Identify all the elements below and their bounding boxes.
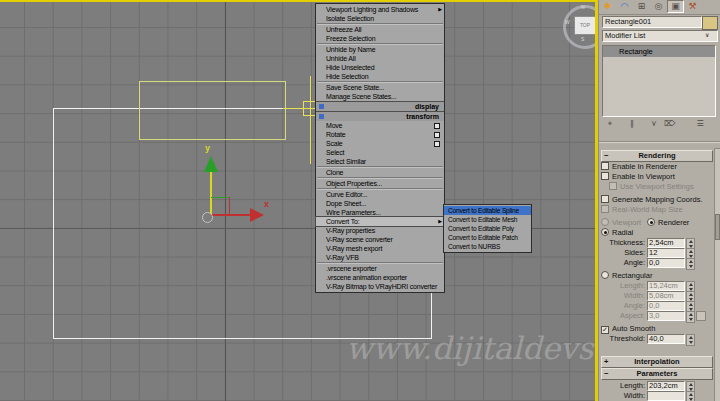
menu-item[interactable]: Select Similar — [316, 157, 444, 166]
remove-modifier-button[interactable]: ⌦ — [661, 118, 679, 130]
configure-modifier-sets-button[interactable]: ☰ — [691, 118, 709, 130]
checkbox-enable-in-renderer[interactable] — [601, 162, 609, 170]
value-field[interactable] — [647, 391, 685, 401]
tab-modify[interactable]: ◠ — [616, 0, 633, 13]
menu-item[interactable]: Unhide All — [316, 54, 444, 63]
settings-box-icon[interactable] — [434, 123, 440, 129]
menu-item[interactable]: Select — [316, 148, 444, 157]
menu-item[interactable]: Convert To:▶ — [316, 217, 444, 226]
menu-item[interactable]: Save Scene State... — [316, 83, 444, 92]
menu-item[interactable]: Unfreeze All — [316, 25, 444, 34]
checkbox-generate-mapping-coords-[interactable] — [601, 195, 609, 203]
value-field[interactable]: 3,0 — [647, 311, 685, 321]
radio-viewport[interactable] — [601, 218, 609, 226]
radio-renderer[interactable] — [647, 218, 655, 226]
tab-display[interactable]: ▣ — [667, 0, 684, 13]
viewcube-top-face[interactable]: TOP — [574, 16, 596, 35]
rollout-parameters[interactable]: − Parameters — [601, 368, 713, 380]
radio-radial[interactable] — [601, 228, 609, 236]
top-viewport[interactable]: y x www.dijitaldevs.c N E S W TOP — [0, 0, 598, 401]
stack-entry-rectangle[interactable]: Rectangle — [603, 46, 715, 57]
spin-row: Sides:12 — [601, 248, 713, 258]
spin-row: Width: — [601, 391, 713, 401]
rollout-interpolation[interactable]: + Interpolation — [601, 356, 713, 368]
gizmo-xy-plane-handle-green[interactable] — [211, 197, 229, 198]
menu-item[interactable]: Viewport Lighting and Shadows▶ — [316, 5, 444, 14]
menu-item[interactable]: Clone — [316, 168, 444, 177]
menu-item-label: V-Ray mesh export — [326, 245, 382, 252]
rectangle-shape-selected[interactable] — [139, 81, 286, 140]
menu-item[interactable]: Curve Editor... — [316, 190, 444, 199]
menu-item-label: V-Ray properties — [326, 227, 375, 234]
submenu-item[interactable]: Convert to Editable Poly — [444, 224, 531, 233]
radio-rectangular[interactable] — [601, 271, 609, 279]
menu-item[interactable]: Freeze Selection — [316, 34, 444, 43]
pin-stack-button[interactable]: ⌖ — [601, 118, 619, 130]
checkbox-use-viewport-settings[interactable] — [609, 182, 617, 190]
spinner-arrows[interactable] — [686, 258, 695, 270]
modifier-list-dropdown[interactable]: Modifier List — [602, 30, 718, 42]
submenu-item[interactable]: Convert to Editable Patch — [444, 233, 531, 242]
value-field[interactable]: 0,0 — [647, 258, 685, 268]
tab-utilities[interactable]: ⚒ — [684, 0, 701, 13]
value-field[interactable]: 0,0 — [647, 301, 685, 311]
spinner-arrows[interactable] — [686, 391, 695, 401]
panel-scrollbar[interactable] — [714, 148, 720, 401]
gizmo-xy-plane-handle-red[interactable] — [229, 197, 230, 215]
value-field[interactable]: 203,2cm — [647, 381, 685, 391]
menu-item[interactable]: Hide Unselected — [316, 63, 444, 72]
modifier-stack[interactable]: Rectangle — [602, 45, 716, 117]
menu-item[interactable]: V-Ray VFB — [316, 253, 444, 262]
menu-item[interactable]: Dope Sheet... — [316, 199, 444, 208]
menu-item[interactable]: Manage Scene States... — [316, 92, 444, 101]
show-end-result-button[interactable]: ∥ — [623, 118, 641, 130]
value-field[interactable]: 2,54cm — [647, 238, 685, 248]
menu-item[interactable]: .vrscene exporter — [316, 264, 444, 273]
gizmo-x-arrowhead-icon[interactable] — [250, 208, 264, 222]
gizmo-y-arrowhead-icon[interactable] — [204, 156, 218, 172]
collapse-icon: − — [604, 151, 608, 161]
checkbox-enable-in-viewport[interactable] — [601, 172, 609, 180]
menu-item[interactable]: Rotate — [316, 130, 444, 139]
menu-item[interactable]: Wire Parameters... — [316, 208, 444, 217]
gizmo-x-axis-stem[interactable] — [211, 214, 250, 216]
spinner-arrows[interactable] — [686, 334, 695, 346]
object-name-field[interactable]: Rectangle001 — [602, 16, 702, 28]
menu-item-label: Move — [326, 122, 342, 129]
menu-item[interactable]: Unhide by Name — [316, 45, 444, 54]
menu-item[interactable]: V-Ray Bitmap to VRayHDRI converter — [316, 282, 444, 291]
submenu-item[interactable]: Convert to NURBS — [444, 242, 531, 251]
spinner-arrows[interactable] — [686, 311, 695, 323]
menu-item[interactable]: V-Ray scene converter — [316, 235, 444, 244]
value-field[interactable]: 5,08cm — [647, 291, 685, 301]
gizmo-y-axis-stem[interactable] — [210, 170, 212, 214]
menu-item[interactable]: Object Properties... — [316, 179, 444, 188]
tab-motion[interactable]: ◎ — [650, 0, 667, 13]
value-field[interactable]: 40,0 — [647, 334, 685, 344]
menu-item[interactable]: V-Ray mesh export — [316, 244, 444, 253]
menu-item[interactable]: V-Ray properties — [316, 226, 444, 235]
menu-item[interactable]: Move — [316, 121, 444, 130]
value-field[interactable]: 15,24cm — [647, 281, 685, 291]
value-field[interactable]: 12 — [647, 248, 685, 258]
menu-item[interactable]: Hide Selection — [316, 72, 444, 81]
menu-item[interactable]: .vrscene animation exporter — [316, 273, 444, 282]
menu-item[interactable]: Scale — [316, 139, 444, 148]
remove-modifier-icon: ⌦ — [664, 119, 675, 128]
submenu-item[interactable]: Convert to Editable Mesh — [444, 215, 531, 224]
checkbox-real-world-map-size[interactable] — [601, 205, 609, 213]
checkbox-auto-smooth[interactable]: ✓ — [601, 326, 609, 334]
control-label: Enable In Viewport — [612, 172, 675, 181]
tab-hierarchy[interactable]: ⊞ — [633, 0, 650, 13]
submenu-item[interactable]: Convert to Editable Spline — [444, 206, 531, 215]
settings-box-icon[interactable] — [434, 141, 440, 147]
settings-box-icon[interactable] — [434, 132, 440, 138]
submenu-item-label: Convert to Editable Poly — [448, 225, 514, 232]
rollout-rendering[interactable]: − Rendering — [601, 150, 713, 162]
tab-create[interactable]: ✱ — [599, 0, 616, 13]
menu-item[interactable]: Isolate Selection — [316, 14, 444, 23]
menu-item-label: Unhide by Name — [326, 46, 375, 53]
aspect-lock-button[interactable] — [696, 311, 706, 321]
object-color-swatch[interactable] — [702, 16, 718, 30]
panel-scrollbar-thumb[interactable] — [715, 214, 720, 240]
